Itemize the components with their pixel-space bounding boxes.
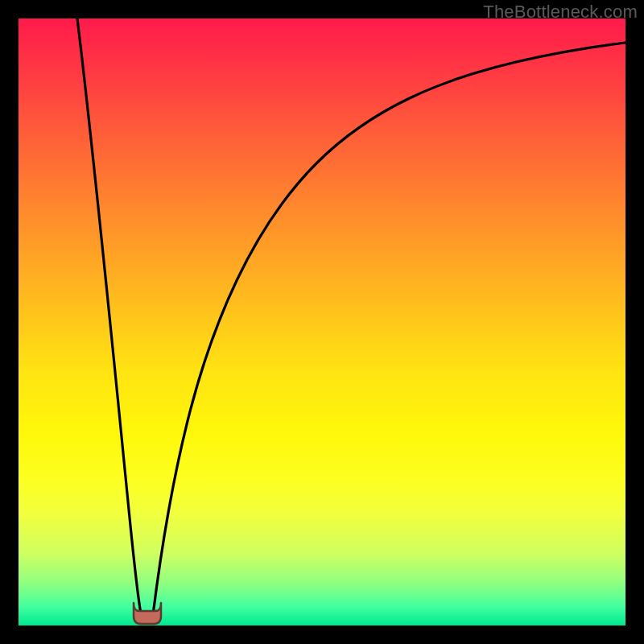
plot-area [19, 19, 625, 625]
bottleneck-curve [19, 19, 625, 625]
min-marker [134, 603, 161, 624]
attribution-text: TheBottleneck.com [483, 2, 638, 23]
curve-left-branch [77, 19, 142, 621]
curve-right-branch [152, 43, 625, 621]
